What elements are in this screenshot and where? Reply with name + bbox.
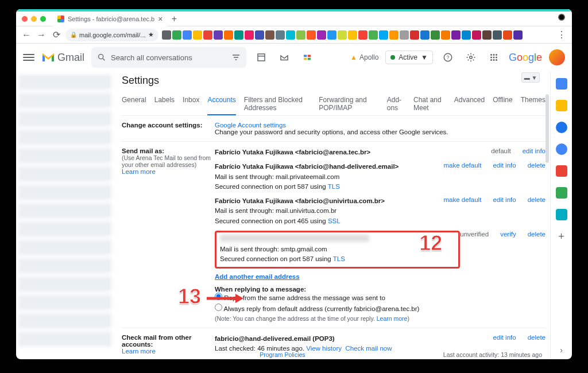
edit-info-link[interactable]: edit info — [523, 147, 546, 154]
extension-icon[interactable] — [400, 30, 409, 40]
extension-icon[interactable] — [338, 30, 347, 40]
extension-icon[interactable] — [203, 30, 212, 40]
extension-icon[interactable] — [255, 30, 264, 40]
settings-tab-general[interactable]: General — [122, 92, 146, 115]
extension-icon[interactable] — [214, 30, 223, 40]
make-default-link[interactable]: make default — [444, 162, 482, 169]
extension-icon[interactable] — [482, 30, 492, 40]
apps-icon[interactable] — [486, 49, 502, 65]
browser-menu[interactable]: ⋮ — [556, 29, 567, 41]
calendar-icon[interactable] — [556, 78, 567, 90]
extension-icon[interactable] — [265, 30, 274, 40]
settings-tab-offline[interactable]: Offline — [493, 92, 512, 115]
edit-info-link[interactable]: edit info — [493, 334, 516, 341]
apollo-indicator[interactable]: ▲Apollo — [350, 53, 378, 61]
keep-icon[interactable] — [556, 100, 567, 111]
browser-tab[interactable]: Settings - fabricio@arena.tec.b × — [53, 11, 167, 26]
delete-link[interactable]: delete — [528, 231, 546, 238]
extension-icon[interactable] — [276, 30, 285, 40]
new-tab-button[interactable]: + — [167, 12, 181, 26]
extension-icon[interactable] — [348, 30, 357, 40]
scrollbar[interactable] — [546, 94, 549, 163]
reply-option-same[interactable]: Reply from the same address the message … — [215, 293, 546, 304]
reload-button[interactable]: ⟳ — [51, 29, 62, 41]
extension-icon[interactable] — [286, 30, 295, 40]
edit-info-link[interactable]: edit info — [493, 196, 516, 203]
extension-icon[interactable] — [379, 30, 388, 40]
main-menu-icon[interactable] — [23, 54, 34, 61]
extension-icon[interactable] — [234, 30, 243, 40]
contacts-icon[interactable] — [556, 143, 567, 155]
addon-icon[interactable] — [556, 209, 567, 220]
gmail-logo[interactable]: Gmail — [41, 52, 84, 64]
window-close[interactable] — [22, 16, 28, 22]
ssl-link[interactable]: SSL — [328, 217, 341, 224]
tasks-icon[interactable] — [556, 122, 567, 133]
google-logo[interactable]: Google — [509, 52, 542, 64]
extension-icon[interactable] — [420, 30, 430, 40]
tls-link[interactable]: TLS — [333, 255, 345, 262]
learn-more-link[interactable]: Learn more — [122, 168, 156, 175]
tab-close-icon[interactable]: × — [158, 14, 163, 24]
search-bar[interactable]: Search all conversations — [91, 47, 246, 68]
extension-icon[interactable] — [183, 30, 192, 40]
delete-link[interactable]: delete — [528, 196, 546, 203]
density-dropdown[interactable]: ▬ ▼ — [521, 72, 540, 83]
add-mail-account-link[interactable]: Add a mail account — [215, 358, 275, 359]
settings-tab-filters-and-blocked-addresses[interactable]: Filters and Blocked Addresses — [244, 92, 311, 115]
extension-icon[interactable] — [172, 30, 181, 40]
url-bar[interactable]: 🔒 mail.google.com/mail/... ★ — [65, 29, 158, 41]
extension-icon[interactable] — [431, 30, 440, 40]
extension-icon[interactable] — [245, 30, 254, 40]
account-avatar[interactable] — [549, 49, 565, 65]
extension-icon[interactable] — [296, 30, 305, 40]
toolbar-icon[interactable] — [276, 49, 292, 65]
extension-icon[interactable] — [451, 30, 461, 40]
addon-icon[interactable] — [556, 165, 567, 177]
window-minimize[interactable] — [31, 16, 37, 22]
extension-icon[interactable] — [462, 30, 471, 40]
settings-tab-accounts[interactable]: Accounts — [207, 92, 235, 115]
settings-tab-inbox[interactable]: Inbox — [183, 92, 199, 115]
status-active[interactable]: Active▼ — [385, 50, 433, 64]
learn-more-link[interactable]: Learn more — [377, 315, 408, 322]
tls-link[interactable]: TLS — [328, 183, 340, 190]
settings-tab-forwarding-and-pop-imap[interactable]: Forwarding and POP/IMAP — [319, 92, 378, 115]
extension-icon[interactable] — [358, 30, 368, 40]
extension-icon[interactable] — [441, 30, 450, 40]
settings-tab-chat-and-meet[interactable]: Chat and Meet — [413, 92, 446, 115]
get-addons-icon[interactable]: + — [558, 231, 564, 243]
toolbar-icon[interactable] — [253, 49, 269, 65]
support-icon[interactable]: ? — [440, 49, 456, 65]
extension-icon[interactable] — [389, 30, 399, 40]
extension-icon[interactable] — [193, 30, 202, 40]
filter-icon[interactable] — [231, 53, 241, 62]
extension-icon[interactable] — [317, 30, 326, 40]
reply-option-default[interactable]: Always reply from default address (curre… — [215, 304, 546, 315]
extension-icon[interactable] — [493, 30, 502, 40]
extension-icon[interactable] — [472, 30, 481, 40]
back-button[interactable]: ← — [21, 29, 32, 41]
edit-info-link[interactable]: edit info — [493, 162, 516, 169]
verify-link[interactable]: verify — [500, 231, 516, 238]
extension-icon[interactable] — [503, 30, 512, 40]
settings-tab-advanced[interactable]: Advanced — [454, 92, 485, 115]
forward-button[interactable]: → — [36, 29, 47, 41]
settings-tab-add-ons[interactable]: Add-ons — [387, 92, 405, 115]
delete-link[interactable]: delete — [528, 334, 546, 341]
settings-icon[interactable] — [463, 49, 479, 65]
extension-icon[interactable] — [327, 30, 336, 40]
bookmark-icon[interactable]: ★ — [148, 31, 154, 38]
collapse-rail-icon[interactable]: › — [560, 345, 563, 355]
settings-tab-labels[interactable]: Labels — [154, 92, 175, 115]
google-account-link[interactable]: Google Account settings — [215, 122, 286, 129]
window-maximize[interactable] — [40, 16, 46, 22]
extension-icon[interactable] — [410, 30, 419, 40]
delete-link[interactable]: delete — [528, 162, 546, 169]
add-another-email-link[interactable]: Add another email address — [215, 273, 300, 280]
program-policies-link[interactable]: Program Policies — [260, 351, 305, 358]
make-default-link[interactable]: make default — [444, 196, 482, 203]
extension-icon[interactable] — [369, 30, 378, 40]
extension-icon[interactable] — [224, 30, 233, 40]
toolbar-icon[interactable] — [299, 49, 315, 65]
